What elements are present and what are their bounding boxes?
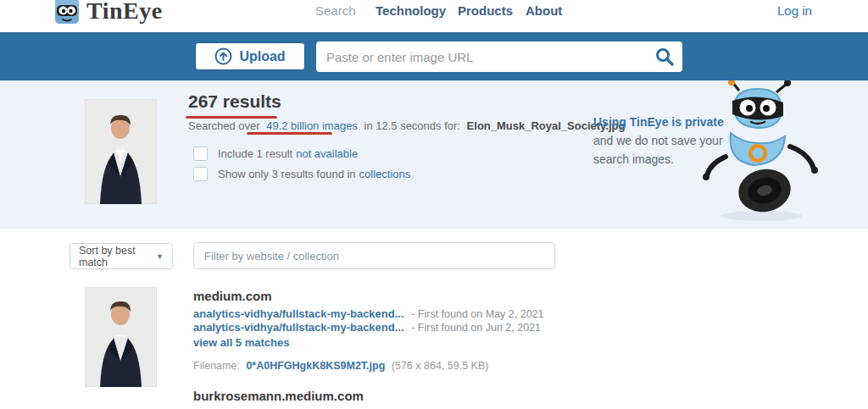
tineye-robot-icon xyxy=(54,0,80,25)
match-row: analytics-vidhya/fullstack-my-backend...… xyxy=(193,321,541,334)
logo-wordmark: TinEye xyxy=(86,0,163,25)
search-stats-prefix: Searched over xyxy=(188,119,260,132)
match-row: analytics-vidhya/fullstack-my-backend...… xyxy=(193,307,544,320)
filename-link[interactable]: 0*A0HFGHgkK8KS9M2T.jpg xyxy=(246,360,385,372)
include-unavailable-checkbox[interactable] xyxy=(193,146,208,161)
nav-item-search[interactable]: Search xyxy=(315,3,356,18)
search-stats-middle: in 12.5 seconds for: xyxy=(364,119,460,132)
chevron-down-icon: ▼ xyxy=(156,252,164,261)
filter-collections-row: Show only 3 results found in collections xyxy=(193,167,410,181)
filter-not-available-row: Include 1 result not available xyxy=(193,146,358,161)
match-page-link[interactable]: analytics-vidhya/fullstack-my-backend... xyxy=(193,307,404,320)
filename-row: Filename: 0*A0HFGHgkK8KS9M2T.jpg (576 x … xyxy=(193,360,488,372)
checkbox1-label: Include 1 result xyxy=(218,147,292,160)
tineye-robot-mascot xyxy=(702,80,821,224)
match-first-found: - First found on Jun 2, 2021 xyxy=(411,322,541,334)
filter-input[interactable] xyxy=(193,242,555,269)
search-bar-section: Upload xyxy=(0,32,868,80)
annotation-underline-billion xyxy=(247,132,332,135)
collections-only-checkbox[interactable] xyxy=(193,167,208,181)
nav-item-products[interactable]: Products xyxy=(458,3,513,18)
sort-dropdown-value: Sort by best match xyxy=(79,245,156,268)
tineye-logo[interactable]: TinEye xyxy=(54,0,163,25)
filename-label: Filename: xyxy=(193,360,240,372)
match-page-link[interactable]: analytics-vidhya/fullstack-my-backend... xyxy=(193,321,404,334)
upload-button-label: Upload xyxy=(239,49,285,64)
results-summary-section: 267 results Searched over 49.2 billion i… xyxy=(0,80,868,229)
result-domain-heading: burkrosemann.medium.com xyxy=(193,389,364,403)
match-first-found: - First found on May 2, 2021 xyxy=(411,308,543,320)
nav-item-login[interactable]: Log in xyxy=(777,3,812,18)
top-navigation: TinEye Search Technology Products About … xyxy=(0,0,868,32)
nav-item-technology[interactable]: Technology xyxy=(376,3,446,18)
annotation-underline-results xyxy=(186,116,277,119)
query-image-thumbnail xyxy=(85,99,157,204)
result-image-thumbnail[interactable] xyxy=(85,287,157,387)
image-url-input[interactable] xyxy=(316,41,682,72)
collections-link[interactable]: collections xyxy=(359,168,411,180)
billion-images-link[interactable]: 49.2 billion images xyxy=(266,119,358,132)
checkbox2-label: Show only 3 results found in xyxy=(218,168,356,180)
sort-dropdown[interactable]: Sort by best match ▼ xyxy=(70,243,173,269)
upload-button[interactable]: Upload xyxy=(195,42,305,70)
not-available-link[interactable]: not available xyxy=(296,147,358,160)
nav-item-about[interactable]: About xyxy=(526,3,562,18)
view-all-matches-link[interactable]: view all 5 matches xyxy=(193,336,289,349)
search-stats-line: Searched over 49.2 billion images in 12.… xyxy=(188,119,625,132)
result-count: 267 results xyxy=(188,91,281,112)
upload-arrow-icon xyxy=(214,47,232,65)
result-domain-heading: medium.com xyxy=(193,289,272,303)
search-submit-button[interactable] xyxy=(651,47,678,69)
search-icon xyxy=(654,47,675,67)
file-dimensions: (576 x 864, 59.5 KB) xyxy=(392,360,489,372)
tineye-results-page: TinEye Search Technology Products About … xyxy=(0,0,868,409)
